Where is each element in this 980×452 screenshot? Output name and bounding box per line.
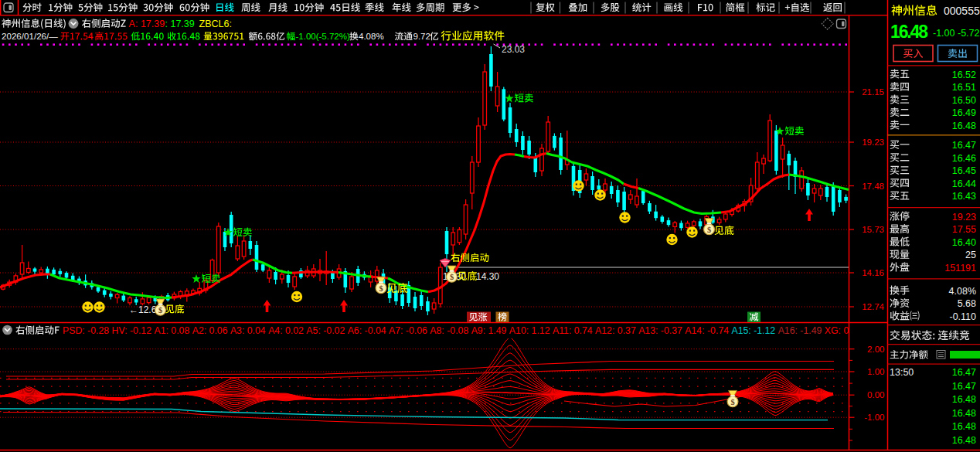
svg-text:16.45: 16.45 [952, 165, 976, 176]
svg-text:23.03: 23.03 [502, 44, 525, 55]
svg-text:16.48: 16.48 [952, 394, 976, 405]
svg-text:A3: 0.04: A3: 0.04 [230, 325, 266, 336]
svg-text:16.47: 16.47 [952, 381, 976, 392]
svg-text:←12.6: ←12.6 [129, 304, 157, 315]
svg-text:16.48: 16.48 [952, 421, 976, 432]
svg-text:16.46: 16.46 [952, 153, 976, 164]
svg-text:-5.72: -5.72 [958, 28, 980, 39]
svg-text:A1: 0.08: A1: 0.08 [154, 325, 189, 336]
svg-text:17.48: 17.48 [862, 182, 884, 191]
svg-text:25: 25 [965, 250, 976, 260]
svg-text:14.30: 14.30 [476, 271, 499, 282]
svg-text:16.49: 16.49 [952, 107, 976, 118]
svg-text:4.08%: 4.08% [359, 32, 384, 41]
svg-text:$: $ [730, 398, 734, 406]
svg-text:16.52: 16.52 [952, 70, 976, 80]
svg-text:16.48: 16.48 [952, 408, 976, 419]
svg-text:A10: 1.12: A10: 1.12 [509, 325, 550, 336]
svg-text:000555: 000555 [944, 5, 980, 17]
svg-text:16.48: 16.48 [952, 121, 976, 131]
svg-text:A15: -1.12: A15: -1.12 [731, 325, 775, 336]
svg-text:21.15: 21.15 [862, 87, 884, 97]
svg-text:-0.110: -0.110 [949, 311, 976, 322]
svg-text:A9: 1.49: A9: 1.49 [471, 325, 507, 336]
svg-text:16.48: 16.48 [890, 22, 928, 42]
svg-text:16.40: 16.40 [952, 237, 976, 248]
svg-text:-1.00: -1.00 [933, 28, 955, 39]
svg-text:A14: -0.74: A14: -0.74 [685, 325, 729, 336]
svg-text:A7: -0.06: A7: -0.06 [389, 325, 427, 336]
svg-text:13:50: 13:50 [890, 367, 914, 378]
svg-text:15.73: 15.73 [862, 225, 884, 234]
svg-text:2026/01/26/—: 2026/01/26/— [2, 31, 58, 41]
svg-text:-1.00: -1.00 [864, 413, 884, 422]
svg-text:: 17.39: : 17.39 [165, 19, 195, 29]
svg-text:14.16: 14.16 [862, 268, 884, 277]
svg-text:A2: 0.06: A2: 0.06 [192, 325, 228, 336]
svg-text:16.43: 16.43 [952, 191, 976, 202]
svg-text:-1.00(-5.72%): -1.00(-5.72%) [296, 32, 350, 41]
svg-text:16.48: 16.48 [952, 435, 976, 446]
svg-text:$: $ [707, 226, 711, 234]
svg-text:16.44: 16.44 [952, 178, 976, 189]
svg-text:HV: -0.12: HV: -0.12 [112, 325, 152, 336]
svg-text:16.51: 16.51 [952, 82, 976, 93]
svg-text:151191: 151191 [944, 263, 976, 274]
svg-text:ZBCL6:: ZBCL6: [199, 19, 232, 29]
svg-text:9.72: 9.72 [413, 32, 430, 41]
svg-text:A: 17.39: A: 17.39 [129, 19, 165, 29]
svg-text:$: $ [158, 306, 162, 314]
svg-text:A4: 0.02: A4: 0.02 [268, 325, 304, 336]
svg-text:A13: -0.37: A13: -0.37 [638, 325, 682, 336]
svg-text:PSD: -0.28: PSD: -0.28 [63, 325, 109, 336]
svg-text:16.47: 16.47 [952, 140, 976, 151]
svg-text:1.00: 1.00 [867, 367, 884, 376]
svg-text:4.08%: 4.08% [949, 286, 976, 297]
svg-text:$: $ [379, 284, 383, 293]
svg-text:$: $ [450, 273, 454, 281]
svg-text:19.23: 19.23 [862, 138, 884, 147]
svg-text:2.00: 2.00 [867, 345, 884, 354]
svg-text:A6: -0.04: A6: -0.04 [348, 325, 386, 336]
svg-text:17.55: 17.55 [952, 224, 976, 235]
svg-text:19.23: 19.23 [952, 212, 976, 223]
svg-text:A11: 0.74: A11: 0.74 [553, 325, 593, 336]
svg-text:5.68: 5.68 [958, 298, 976, 309]
svg-text:0.00: 0.00 [867, 390, 884, 399]
svg-text:A12: 0.37: A12: 0.37 [595, 325, 636, 336]
svg-text:A8: -0.08: A8: -0.08 [430, 325, 468, 336]
svg-text:12.74: 12.74 [862, 302, 884, 311]
svg-text:A16: -1.49: A16: -1.49 [778, 325, 822, 336]
svg-text:16.47: 16.47 [952, 367, 976, 378]
svg-text:A5: -0.02: A5: -0.02 [306, 325, 345, 336]
svg-text:16.50: 16.50 [952, 95, 976, 106]
